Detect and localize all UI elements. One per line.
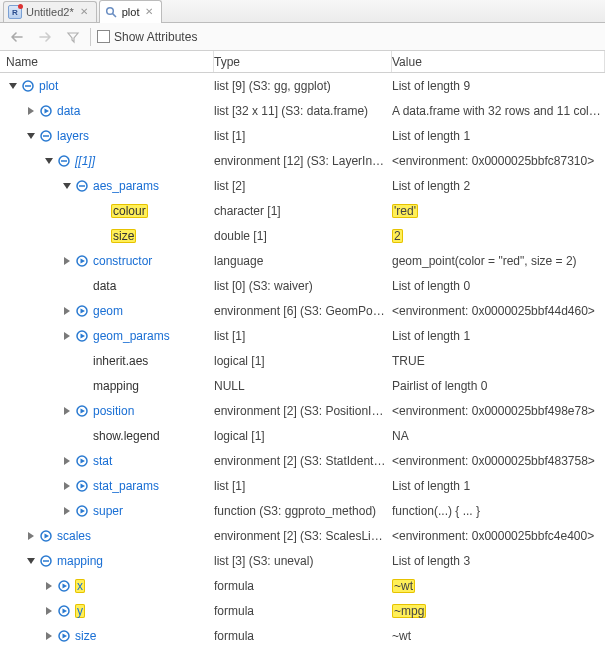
svg-marker-5 xyxy=(28,107,34,115)
node-name-link[interactable]: y xyxy=(75,604,85,618)
expand-right-icon[interactable] xyxy=(42,629,56,643)
tree-row[interactable]: constructorlanguagegeom_point(color = "r… xyxy=(0,248,605,273)
node-name-link[interactable]: geom xyxy=(93,304,123,318)
filter-button[interactable] xyxy=(62,27,84,47)
svg-marker-50 xyxy=(46,632,52,640)
node-spacer xyxy=(75,429,89,443)
expand-right-icon[interactable] xyxy=(42,579,56,593)
node-name-link[interactable]: x xyxy=(75,579,85,593)
node-value: ~mpg xyxy=(392,604,605,618)
tree-row[interactable]: yformula~mpg xyxy=(0,598,605,623)
expand-right-icon[interactable] xyxy=(24,529,38,543)
node-name-link[interactable]: super xyxy=(93,504,123,518)
column-name[interactable]: Name xyxy=(0,51,214,72)
expand-icon xyxy=(57,629,71,643)
tree-row[interactable]: sizeformula~wt xyxy=(0,623,605,648)
back-button[interactable] xyxy=(6,27,28,47)
expand-right-icon[interactable] xyxy=(24,104,38,118)
svg-marker-23 xyxy=(64,332,70,340)
tree-row[interactable]: aes_paramslist [2]List of length 2 xyxy=(0,173,605,198)
tree-row[interactable]: colourcharacter [1]'red' xyxy=(0,198,605,223)
expand-right-icon[interactable] xyxy=(42,604,56,618)
expand-icon xyxy=(39,104,53,118)
node-type: environment [6] (S3: GeomPoint, xyxy=(214,304,392,318)
svg-marker-41 xyxy=(27,558,35,564)
expand-right-icon[interactable] xyxy=(60,304,74,318)
node-type: logical [1] xyxy=(214,429,392,443)
svg-marker-35 xyxy=(64,507,70,515)
tree-row[interactable]: plotlist [9] (S3: gg, ggplot)List of len… xyxy=(0,73,605,98)
node-name-link[interactable]: stat_params xyxy=(93,479,159,493)
expand-icon xyxy=(39,529,53,543)
tree-row[interactable]: geom_paramslist [1]List of length 1 xyxy=(0,323,605,348)
expand-right-icon[interactable] xyxy=(60,404,74,418)
close-icon[interactable]: ✕ xyxy=(78,7,90,17)
expand-right-icon[interactable] xyxy=(60,454,74,468)
node-value: <environment: 0x0000025bbfc4e400> xyxy=(392,529,605,543)
expand-down-icon[interactable] xyxy=(60,179,74,193)
node-name-link[interactable]: data xyxy=(57,104,80,118)
tree-row[interactable]: sizedouble [1]2 xyxy=(0,223,605,248)
tab-untitled2[interactable]: R Untitled2* ✕ xyxy=(3,1,97,22)
column-type[interactable]: Type xyxy=(214,51,392,72)
expand-right-icon[interactable] xyxy=(60,504,74,518)
svg-marker-14 xyxy=(63,183,71,189)
node-spacer xyxy=(93,204,107,218)
tree-row[interactable]: mappingNULLPairlist of length 0 xyxy=(0,373,605,398)
node-value: A data.frame with 32 rows and 11 columns xyxy=(392,104,605,118)
node-name-link[interactable]: size xyxy=(75,629,96,643)
expand-down-icon[interactable] xyxy=(6,79,20,93)
node-type: double [1] xyxy=(214,229,392,243)
close-icon[interactable]: ✕ xyxy=(143,7,155,17)
tab-plot[interactable]: plot ✕ xyxy=(99,0,163,23)
expand-down-icon[interactable] xyxy=(24,554,38,568)
tree-row[interactable]: [[1]]environment [12] (S3: LayerInstance… xyxy=(0,148,605,173)
node-name-link[interactable]: [[1]] xyxy=(75,154,95,168)
expand-right-icon[interactable] xyxy=(60,329,74,343)
column-value[interactable]: Value xyxy=(392,51,605,72)
node-name-link[interactable]: aes_params xyxy=(93,179,159,193)
tree-row[interactable]: xformula~wt xyxy=(0,573,605,598)
tree-row[interactable]: datalist [32 x 11] (S3: data.frame)A dat… xyxy=(0,98,605,123)
tree-row[interactable]: inherit.aeslogical [1]TRUE xyxy=(0,348,605,373)
tree-row[interactable]: show.legendlogical [1]NA xyxy=(0,423,605,448)
tree-row[interactable]: scalesenvironment [2] (S3: ScalesList, g… xyxy=(0,523,605,548)
node-name-link[interactable]: geom_params xyxy=(93,329,170,343)
tree-row[interactable]: positionenvironment [2] (S3: PositionIde… xyxy=(0,398,605,423)
svg-marker-32 xyxy=(64,482,70,490)
tree-row[interactable]: geomenvironment [6] (S3: GeomPoint, <env… xyxy=(0,298,605,323)
tree-row[interactable]: themelist [0]List of length 0 xyxy=(0,648,605,655)
node-value: List of length 1 xyxy=(392,479,605,493)
node-name-link[interactable]: mapping xyxy=(57,554,103,568)
tree-row[interactable]: datalist [0] (S3: waiver)List of length … xyxy=(0,273,605,298)
tree-row[interactable]: stat_paramslist [1]List of length 1 xyxy=(0,473,605,498)
svg-marker-17 xyxy=(64,257,70,265)
expand-icon xyxy=(75,329,89,343)
tree-row[interactable]: layerslist [1]List of length 1 xyxy=(0,123,605,148)
collapse-icon xyxy=(39,554,53,568)
node-name-link[interactable]: constructor xyxy=(93,254,152,268)
expand-right-icon[interactable] xyxy=(60,479,74,493)
tab-bar: R Untitled2* ✕ plot ✕ xyxy=(0,0,605,23)
tree-row[interactable]: mappinglist [3] (S3: uneval)List of leng… xyxy=(0,548,605,573)
svg-marker-20 xyxy=(64,307,70,315)
node-name-link[interactable]: stat xyxy=(93,454,112,468)
node-type: formula xyxy=(214,629,392,643)
expand-down-icon[interactable] xyxy=(42,154,56,168)
tree-row[interactable]: superfunction (S3: ggproto_method)functi… xyxy=(0,498,605,523)
forward-button[interactable] xyxy=(34,27,56,47)
tree-row[interactable]: statenvironment [2] (S3: StatIdentity, <… xyxy=(0,448,605,473)
expand-down-icon[interactable] xyxy=(24,129,38,143)
node-type: list [1] xyxy=(214,129,392,143)
expand-icon xyxy=(75,479,89,493)
node-value: List of length 3 xyxy=(392,554,605,568)
expand-right-icon[interactable] xyxy=(60,254,74,268)
node-type: logical [1] xyxy=(214,354,392,368)
expand-icon xyxy=(75,504,89,518)
show-attributes-checkbox[interactable]: Show Attributes xyxy=(97,30,197,44)
node-name-link[interactable]: layers xyxy=(57,129,89,143)
node-name-link[interactable]: plot xyxy=(39,79,58,93)
node-name-link[interactable]: position xyxy=(93,404,134,418)
expand-icon xyxy=(75,304,89,318)
node-name-link[interactable]: scales xyxy=(57,529,91,543)
